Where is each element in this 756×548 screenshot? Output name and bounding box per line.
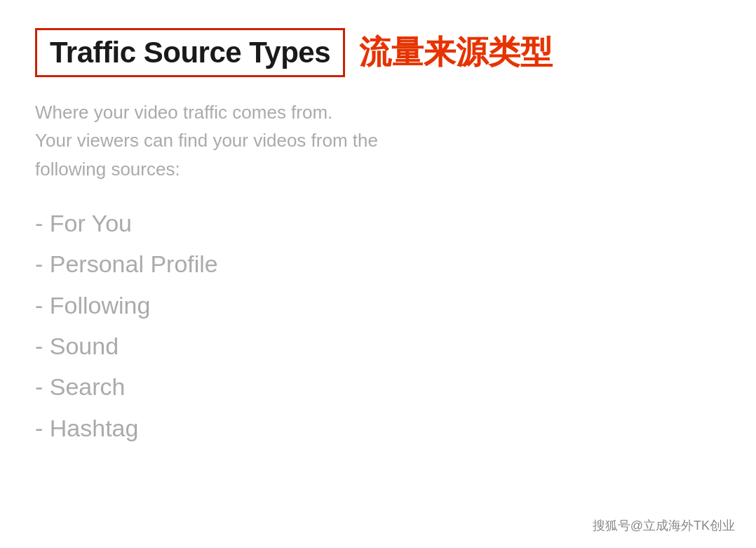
list-item: - Personal Profile: [35, 245, 721, 283]
description-line2: Your viewers can find your videos from t…: [35, 130, 378, 151]
description-line1: Where your video traffic comes from.: [35, 102, 332, 123]
list-item: - For You: [35, 204, 721, 242]
title-row: Traffic Source Types 流量来源类型: [35, 28, 721, 77]
list-item: - Search: [35, 368, 721, 406]
title-chinese: 流量来源类型: [359, 31, 553, 74]
title-english: Traffic Source Types: [35, 28, 345, 77]
list-item: - Hashtag: [35, 409, 721, 447]
watermark: 搜狐号@立成海外TK创业: [593, 517, 735, 534]
description-block: Where your video traffic comes from. You…: [35, 98, 526, 183]
main-container: Traffic Source Types 流量来源类型 Where your v…: [0, 0, 756, 548]
source-list: - For You- Personal Profile- Following- …: [35, 204, 721, 447]
list-item: - Sound: [35, 327, 721, 365]
list-item: - Following: [35, 286, 721, 324]
description-line3: following sources:: [35, 159, 180, 180]
